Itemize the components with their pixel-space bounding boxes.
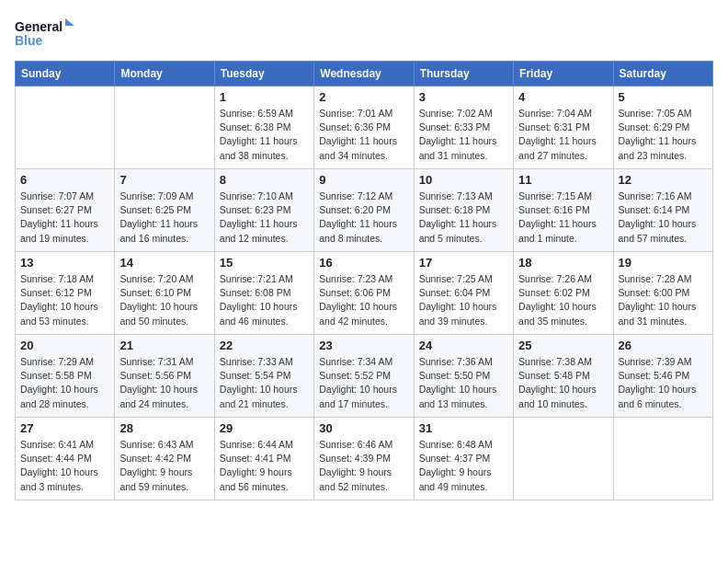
day-info: Sunrise: 7:13 AM Sunset: 6:18 PM Dayligh… bbox=[419, 190, 508, 246]
calendar-header-row: SundayMondayTuesdayWednesdayThursdayFrid… bbox=[16, 62, 713, 86]
day-info: Sunrise: 6:59 AM Sunset: 6:38 PM Dayligh… bbox=[220, 107, 309, 163]
day-info: Sunrise: 7:25 AM Sunset: 6:04 PM Dayligh… bbox=[419, 272, 508, 328]
day-number: 7 bbox=[119, 173, 209, 187]
calendar-cell: 4Sunrise: 7:04 AM Sunset: 6:31 PM Daylig… bbox=[514, 86, 613, 169]
calendar-cell: 12Sunrise: 7:16 AM Sunset: 6:14 PM Dayli… bbox=[613, 169, 712, 252]
day-number: 26 bbox=[619, 339, 708, 352]
logo: GeneralBlue bbox=[15, 15, 79, 53]
day-number: 10 bbox=[419, 173, 508, 187]
day-number: 23 bbox=[319, 339, 408, 352]
day-number: 8 bbox=[220, 173, 309, 187]
calendar-cell: 8Sunrise: 7:10 AM Sunset: 6:23 PM Daylig… bbox=[214, 169, 313, 252]
day-number: 4 bbox=[518, 90, 608, 104]
calendar-cell: 31Sunrise: 6:48 AM Sunset: 4:37 PM Dayli… bbox=[414, 418, 513, 500]
day-info: Sunrise: 7:12 AM Sunset: 6:20 PM Dayligh… bbox=[319, 190, 408, 246]
day-info: Sunrise: 6:46 AM Sunset: 4:39 PM Dayligh… bbox=[319, 438, 408, 494]
day-number: 28 bbox=[119, 421, 209, 435]
day-number: 21 bbox=[119, 339, 209, 352]
day-info: Sunrise: 7:16 AM Sunset: 6:14 PM Dayligh… bbox=[619, 190, 708, 246]
day-info: Sunrise: 6:43 AM Sunset: 4:42 PM Dayligh… bbox=[119, 438, 209, 494]
day-info: Sunrise: 7:34 AM Sunset: 5:52 PM Dayligh… bbox=[319, 355, 408, 411]
day-number: 30 bbox=[319, 421, 408, 435]
calendar-cell: 22Sunrise: 7:33 AM Sunset: 5:54 PM Dayli… bbox=[214, 335, 313, 418]
day-number: 16 bbox=[319, 256, 408, 270]
day-info: Sunrise: 7:05 AM Sunset: 6:29 PM Dayligh… bbox=[619, 107, 708, 163]
col-header-tuesday: Tuesday bbox=[214, 62, 313, 86]
calendar-cell bbox=[613, 418, 712, 500]
day-number: 2 bbox=[319, 90, 408, 104]
day-info: Sunrise: 6:41 AM Sunset: 4:44 PM Dayligh… bbox=[20, 438, 109, 494]
svg-text:Blue: Blue bbox=[15, 33, 43, 48]
day-number: 29 bbox=[220, 421, 309, 435]
calendar-cell: 5Sunrise: 7:05 AM Sunset: 6:29 PM Daylig… bbox=[613, 86, 712, 169]
day-number: 5 bbox=[619, 90, 708, 104]
calendar-cell: 9Sunrise: 7:12 AM Sunset: 6:20 PM Daylig… bbox=[314, 169, 414, 252]
calendar-week-5: 27Sunrise: 6:41 AM Sunset: 4:44 PM Dayli… bbox=[16, 418, 713, 500]
day-info: Sunrise: 6:48 AM Sunset: 4:37 PM Dayligh… bbox=[419, 438, 508, 494]
day-info: Sunrise: 7:33 AM Sunset: 5:54 PM Dayligh… bbox=[220, 355, 309, 411]
calendar-cell: 10Sunrise: 7:13 AM Sunset: 6:18 PM Dayli… bbox=[414, 169, 513, 252]
calendar-cell: 26Sunrise: 7:39 AM Sunset: 5:46 PM Dayli… bbox=[613, 335, 712, 418]
day-info: Sunrise: 7:15 AM Sunset: 6:16 PM Dayligh… bbox=[518, 190, 608, 246]
day-info: Sunrise: 7:21 AM Sunset: 6:08 PM Dayligh… bbox=[220, 272, 309, 328]
calendar-cell: 2Sunrise: 7:01 AM Sunset: 6:36 PM Daylig… bbox=[314, 86, 414, 169]
day-number: 11 bbox=[518, 173, 608, 187]
col-header-wednesday: Wednesday bbox=[314, 62, 414, 86]
calendar-cell: 20Sunrise: 7:29 AM Sunset: 5:58 PM Dayli… bbox=[16, 335, 115, 418]
day-info: Sunrise: 7:01 AM Sunset: 6:36 PM Dayligh… bbox=[319, 107, 408, 163]
day-number: 17 bbox=[419, 256, 508, 270]
day-info: Sunrise: 7:02 AM Sunset: 6:33 PM Dayligh… bbox=[419, 107, 508, 163]
calendar-cell: 18Sunrise: 7:26 AM Sunset: 6:02 PM Dayli… bbox=[514, 252, 613, 335]
calendar-cell: 24Sunrise: 7:36 AM Sunset: 5:50 PM Dayli… bbox=[414, 335, 513, 418]
day-number: 31 bbox=[419, 421, 508, 435]
calendar-cell: 17Sunrise: 7:25 AM Sunset: 6:04 PM Dayli… bbox=[414, 252, 513, 335]
day-info: Sunrise: 7:29 AM Sunset: 5:58 PM Dayligh… bbox=[20, 355, 109, 411]
svg-text:General: General bbox=[15, 19, 63, 34]
day-number: 25 bbox=[518, 339, 608, 352]
logo-svg: GeneralBlue bbox=[15, 15, 79, 53]
calendar-cell: 7Sunrise: 7:09 AM Sunset: 6:25 PM Daylig… bbox=[115, 169, 214, 252]
col-header-saturday: Saturday bbox=[613, 62, 712, 86]
day-info: Sunrise: 7:07 AM Sunset: 6:27 PM Dayligh… bbox=[20, 190, 109, 246]
calendar-cell: 28Sunrise: 6:43 AM Sunset: 4:42 PM Dayli… bbox=[115, 418, 214, 500]
calendar-cell: 23Sunrise: 7:34 AM Sunset: 5:52 PM Dayli… bbox=[314, 335, 414, 418]
calendar-cell: 3Sunrise: 7:02 AM Sunset: 6:33 PM Daylig… bbox=[414, 86, 513, 169]
day-number: 14 bbox=[119, 256, 209, 270]
day-number: 12 bbox=[619, 173, 708, 187]
calendar-cell: 19Sunrise: 7:28 AM Sunset: 6:00 PM Dayli… bbox=[613, 252, 712, 335]
col-header-sunday: Sunday bbox=[16, 62, 115, 86]
day-info: Sunrise: 7:18 AM Sunset: 6:12 PM Dayligh… bbox=[20, 272, 109, 328]
page-header: GeneralBlue bbox=[15, 15, 713, 53]
day-number: 27 bbox=[20, 421, 109, 435]
calendar-week-1: 1Sunrise: 6:59 AM Sunset: 6:38 PM Daylig… bbox=[16, 86, 713, 169]
day-number: 22 bbox=[220, 339, 309, 352]
day-info: Sunrise: 7:31 AM Sunset: 5:56 PM Dayligh… bbox=[119, 355, 209, 411]
col-header-monday: Monday bbox=[115, 62, 214, 86]
day-info: Sunrise: 7:26 AM Sunset: 6:02 PM Dayligh… bbox=[518, 272, 608, 328]
day-number: 15 bbox=[220, 256, 309, 270]
day-number: 9 bbox=[319, 173, 408, 187]
col-header-friday: Friday bbox=[514, 62, 613, 86]
calendar-cell: 25Sunrise: 7:38 AM Sunset: 5:48 PM Dayli… bbox=[514, 335, 613, 418]
day-info: Sunrise: 7:20 AM Sunset: 6:10 PM Dayligh… bbox=[119, 272, 209, 328]
day-info: Sunrise: 7:39 AM Sunset: 5:46 PM Dayligh… bbox=[619, 355, 708, 411]
calendar-cell: 13Sunrise: 7:18 AM Sunset: 6:12 PM Dayli… bbox=[16, 252, 115, 335]
day-info: Sunrise: 6:44 AM Sunset: 4:41 PM Dayligh… bbox=[220, 438, 309, 494]
day-info: Sunrise: 7:36 AM Sunset: 5:50 PM Dayligh… bbox=[419, 355, 508, 411]
day-number: 24 bbox=[419, 339, 508, 352]
calendar-cell: 30Sunrise: 6:46 AM Sunset: 4:39 PM Dayli… bbox=[314, 418, 414, 500]
day-info: Sunrise: 7:23 AM Sunset: 6:06 PM Dayligh… bbox=[319, 272, 408, 328]
calendar-table: SundayMondayTuesdayWednesdayThursdayFrid… bbox=[15, 61, 713, 500]
calendar-cell: 14Sunrise: 7:20 AM Sunset: 6:10 PM Dayli… bbox=[115, 252, 214, 335]
day-info: Sunrise: 7:04 AM Sunset: 6:31 PM Dayligh… bbox=[518, 107, 608, 163]
calendar-week-2: 6Sunrise: 7:07 AM Sunset: 6:27 PM Daylig… bbox=[16, 169, 713, 252]
calendar-cell: 16Sunrise: 7:23 AM Sunset: 6:06 PM Dayli… bbox=[314, 252, 414, 335]
calendar-week-3: 13Sunrise: 7:18 AM Sunset: 6:12 PM Dayli… bbox=[16, 252, 713, 335]
calendar-cell bbox=[16, 86, 115, 169]
day-info: Sunrise: 7:28 AM Sunset: 6:00 PM Dayligh… bbox=[619, 272, 708, 328]
day-number: 3 bbox=[419, 90, 508, 104]
day-number: 6 bbox=[20, 173, 109, 187]
calendar-cell: 29Sunrise: 6:44 AM Sunset: 4:41 PM Dayli… bbox=[214, 418, 313, 500]
day-number: 20 bbox=[20, 339, 109, 352]
calendar-cell bbox=[514, 418, 613, 500]
